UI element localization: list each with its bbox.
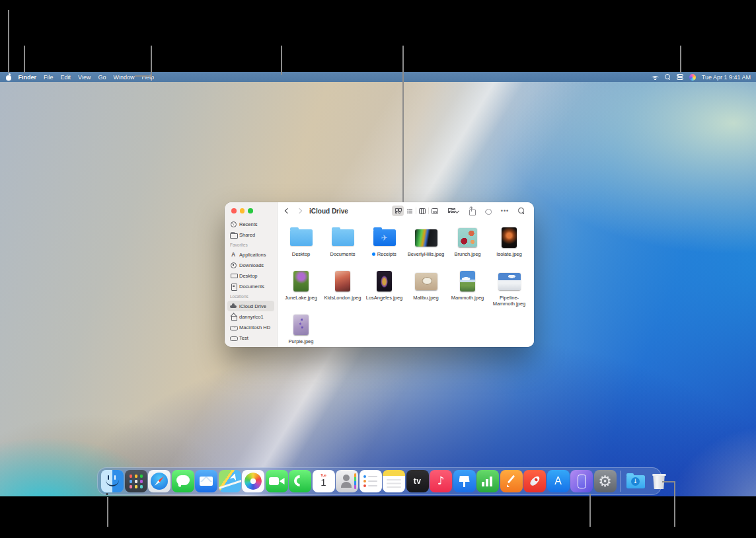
sidebar-item-test[interactable]: Test [227,332,274,343]
dock-music-icon[interactable]: ♪ [430,470,452,492]
file-item-junelake-jpeg[interactable]: JuneLake.jpeg [280,269,322,301]
minimize-button[interactable] [240,208,245,213]
file-item-documents[interactable]: Documents [322,225,363,257]
wifi-icon[interactable] [652,75,659,80]
dock-tv-icon[interactable]: tv [406,470,429,492]
file-item-purple-jpeg[interactable]: Purple.jpeg [280,313,322,344]
list-view-button[interactable] [404,206,416,216]
travel-folder-icon: ✈ [373,229,396,246]
dock-iphonemirroring-icon[interactable] [570,470,593,492]
sidebar-item-macintosh-hd[interactable]: Macintosh HD [227,322,274,332]
menu-view[interactable]: View [75,74,94,81]
forward-button[interactable] [296,208,301,213]
icons-view-button[interactable] [392,206,404,216]
sidebar-item-icloud-drive[interactable]: iCloud Drive [227,301,274,311]
dock-rocket-icon[interactable] [523,470,546,492]
sidebar-item-downloads[interactable]: Downloads [227,260,274,270]
dock-numbers-icon[interactable] [476,470,499,492]
file-item-brunch-jpeg[interactable]: Brunch.jpeg [447,225,488,257]
control-center-icon[interactable] [677,74,683,80]
folder-icon [332,225,354,250]
search-button[interactable] [515,206,527,216]
sidebar-item-dannyrico1[interactable]: dannyrico1 [227,311,274,322]
spotlight-search-icon[interactable] [665,74,671,80]
image-thumbnail [415,225,437,250]
file-item-desktop[interactable]: Desktop [280,225,322,257]
sidebar-item-label: Documents [239,284,264,289]
more-actions-button[interactable]: ••• [499,206,511,216]
menu-bar-status: Tue Apr 1 9:41 AM [652,74,756,81]
thumbnail-purple [293,315,309,335]
sidebar-item-label: Applications [239,252,266,258]
file-name: Malibu.jpeg [413,295,438,301]
sidebar-item-applications[interactable]: Applications [227,249,274,260]
dock: Tue1tv♪A⚙↓ [97,467,662,495]
dock-phone-icon[interactable] [289,470,311,492]
menu-window[interactable]: Window [110,74,138,81]
file-item-mammoth-jpeg[interactable]: Mammoth.jpeg [447,269,488,301]
dock-photos-icon[interactable] [242,470,264,492]
dock-launchpad-icon[interactable] [125,470,147,492]
back-button[interactable] [284,208,289,213]
dock-pages-icon[interactable] [500,470,523,492]
dock-notes-icon[interactable] [383,470,405,492]
group-by-button[interactable] [445,206,461,216]
callout-system-settings [589,494,591,527]
file-item-losangeles-jpeg[interactable]: LosAngeles.jpeg [363,269,405,301]
window-controls [231,208,253,213]
file-name-text: BeverlyHills.jpeg [408,251,444,257]
image-thumbnail [377,269,392,293]
menu-go[interactable]: Go [94,74,110,81]
sidebar-item-documents[interactable]: Documents [227,281,274,291]
dock-facetime-icon[interactable] [266,470,288,492]
file-name: KidsLondon.jpeg [324,295,361,301]
file-name: Purple.jpeg [289,338,314,344]
file-item-malibu-jpeg[interactable]: Malibu.jpeg [405,269,447,301]
dock-appstore-icon[interactable]: A [547,470,570,492]
icon-glyph [341,482,352,488]
menu-help[interactable]: Help [138,74,158,81]
file-item-beverlyhills-jpeg[interactable]: BeverlyHills.jpeg [405,225,447,257]
file-name-text: LosAngeles.jpeg [366,295,402,301]
sharedfolder-icon [230,231,237,238]
menu-edit[interactable]: Edit [57,74,75,81]
icon-glyph [343,475,350,481]
sidebar-item-recents[interactable]: Recents [227,219,274,229]
dock-messages-icon[interactable] [172,470,194,492]
dock-safari-icon[interactable] [148,470,170,492]
callout-help-menu-horizontal [135,75,152,77]
dock-contacts-icon[interactable] [336,470,358,492]
dock-mail-icon[interactable] [195,470,217,492]
dock-maps-icon[interactable] [219,470,241,492]
file-name-text: KidsLondon.jpeg [324,295,361,301]
callout-help-menu-vertical [151,46,152,77]
icon-glyph [507,483,511,487]
share-button[interactable] [466,206,478,216]
zoom-button[interactable] [248,208,253,213]
window-title: iCloud Drive [309,208,348,215]
close-button[interactable] [231,208,237,213]
menu-file[interactable]: File [40,74,57,81]
tags-button[interactable] [482,206,494,216]
dock-reminders-icon[interactable] [359,470,382,492]
finder-toolbar: iCloud Drive ••• [278,202,534,219]
sidebar-item-shared[interactable]: Shared [227,229,274,240]
columns-view-button[interactable] [416,206,428,216]
apple-menu-icon[interactable] [6,73,12,81]
file-item-receipts[interactable]: ✈Receipts [363,225,405,257]
disk-icon [230,324,237,330]
dock-downloads-icon[interactable]: ↓ [624,470,647,492]
sidebar-item-desktop[interactable]: Desktop [227,270,274,281]
menu-bar-clock[interactable]: Tue Apr 1 9:41 AM [702,74,751,81]
file-item-isolate-jpeg[interactable]: Isolate.jpeg [488,225,530,257]
gallery-view-button[interactable] [429,206,441,216]
dock-finder-icon[interactable] [101,470,124,492]
icon-glyph: tv [406,477,429,486]
dock-calendar-icon[interactable]: Tue1 [313,470,335,492]
menu-finder[interactable]: Finder [15,74,40,81]
siri-icon[interactable] [689,74,696,81]
dock-keynote-icon[interactable] [453,470,476,492]
file-item-pipeline-mammoth-jpeg[interactable]: Pipeline-Mammoth.jpeg [488,269,530,307]
dock-systemsettings-icon[interactable]: ⚙ [594,470,617,492]
file-item-kidslondon-jpeg[interactable]: KidsLondon.jpeg [322,269,363,301]
